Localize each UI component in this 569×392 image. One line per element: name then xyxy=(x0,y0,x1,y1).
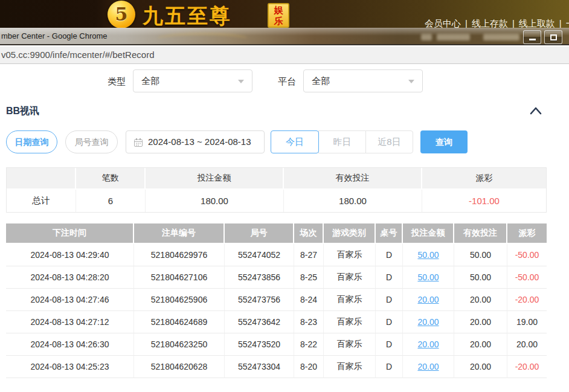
summary-header-row: 笔数 投注金额 有效投注 派彩 xyxy=(7,168,546,190)
bet-amount-link[interactable]: 50.00 xyxy=(417,250,439,260)
decorative-swirl xyxy=(154,33,251,47)
round-number-cell: 552473856 xyxy=(225,266,294,289)
table-row: 2024-08-13 04:28:20521804627106552473856… xyxy=(6,266,547,289)
total-label: 总计 xyxy=(7,190,76,212)
chevron-down-icon xyxy=(238,80,244,83)
bet-number-cell: 521804629976 xyxy=(134,244,225,266)
bet-amount-link[interactable]: 20.00 xyxy=(417,317,439,327)
bet-amount-cell: 50.00 xyxy=(403,244,454,266)
minimize-button[interactable] xyxy=(523,30,541,44)
type-select[interactable]: 全部 xyxy=(133,69,252,92)
table-row: 2024-08-13 04:26:30521804623250552473520… xyxy=(6,333,547,356)
platform-filter-label: 平台 xyxy=(278,76,296,88)
nav-link[interactable]: 一键 xyxy=(566,18,569,28)
session-cell: 8-22 xyxy=(294,333,324,356)
site-header: 5 九五至尊 娱乐 会员中心|线上存款|线上取款|一键 xyxy=(0,0,569,28)
valid-bet-cell: 20.00 xyxy=(454,289,507,311)
table-number-cell: D xyxy=(376,333,403,356)
header-bet-time: 下注时间 xyxy=(6,223,134,244)
table-row: 2024-08-13 04:25:23521804620628552473304… xyxy=(6,356,547,378)
nav-link[interactable]: 线上取款 xyxy=(519,18,555,28)
table-number-cell: D xyxy=(376,311,403,333)
bet-amount-link[interactable]: 20.00 xyxy=(417,295,439,304)
minimize-icon xyxy=(529,39,536,40)
total-count: 6 xyxy=(76,190,146,212)
collapse-section-button[interactable] xyxy=(529,106,542,116)
detail-table-body: 2024-08-13 04:29:40521804629976552474052… xyxy=(6,244,547,378)
address-bar[interactable]: v05.cc:9900/infe/mcenter/#/betRecord xyxy=(0,47,569,64)
logo-title: 九五至尊 xyxy=(143,2,232,30)
header-round-number: 局号 xyxy=(225,223,294,244)
session-cell: 8-25 xyxy=(294,266,324,289)
game-type-cell: 百家乐 xyxy=(324,289,376,311)
session-cell: 8-20 xyxy=(294,356,324,378)
redacted-account-info xyxy=(437,34,470,40)
logo-number: 5 xyxy=(115,4,128,25)
nav-link[interactable]: 线上存款 xyxy=(472,18,508,28)
total-bet-amount: 180.00 xyxy=(146,190,284,212)
table-row: 2024-08-13 04:27:46521804625906552473756… xyxy=(6,289,547,311)
bet-time-cell: 2024-08-13 04:28:20 xyxy=(6,266,134,289)
bet-number-cell: 521804627106 xyxy=(134,266,225,289)
bet-number-cell: 521804623250 xyxy=(134,333,225,356)
valid-bet-cell: 20.00 xyxy=(454,311,507,333)
quick-range-group: 今日 昨日 近8日 xyxy=(271,130,413,153)
table-row: 2024-08-13 04:29:40521804629976552474052… xyxy=(6,244,547,266)
round-number-cell: 552473756 xyxy=(225,289,294,311)
summary-header-bet-amount: 投注金额 xyxy=(146,168,284,190)
bet-number-cell: 521804620628 xyxy=(134,356,225,378)
today-button[interactable]: 今日 xyxy=(271,130,319,153)
round-number-cell: 552473304 xyxy=(225,356,294,378)
chevron-up-icon xyxy=(529,106,542,116)
game-type-cell: 百家乐 xyxy=(324,333,376,356)
table-number-cell: D xyxy=(376,356,403,378)
bet-number-cell: 521804625906 xyxy=(134,289,225,311)
date-range-value: 2024-08-13 ~ 2024-08-13 xyxy=(148,131,251,153)
bet-amount-cell: 20.00 xyxy=(403,356,454,378)
summary-header-blank xyxy=(7,168,76,190)
valid-bet-cell: 50.00 xyxy=(454,266,507,289)
payout-cell: 20.00 xyxy=(507,333,547,356)
session-cell: 8-24 xyxy=(294,289,324,311)
yesterday-button[interactable]: 昨日 xyxy=(318,130,366,153)
type-select-value: 全部 xyxy=(141,70,159,92)
valid-bet-cell: 50.00 xyxy=(454,244,507,266)
nav-link[interactable]: 会员中心 xyxy=(425,18,461,28)
bet-amount-link[interactable]: 20.00 xyxy=(417,362,439,371)
payout-cell: -20.00 xyxy=(507,356,547,378)
platform-select[interactable]: 全部 xyxy=(303,69,423,92)
round-number-cell: 552473642 xyxy=(225,311,294,333)
page: 5 九五至尊 娱乐 会员中心|线上存款|线上取款|一键 mber Center … xyxy=(0,0,569,392)
session-cell: 8-23 xyxy=(294,311,324,333)
bet-time-cell: 2024-08-13 04:27:12 xyxy=(6,311,134,333)
summary-header-count: 笔数 xyxy=(76,168,146,190)
summary-header-valid-bet: 有效投注 xyxy=(284,168,422,190)
date-query-tab[interactable]: 日期查询 xyxy=(6,130,57,153)
redacted-account-info xyxy=(483,34,519,40)
round-query-tab[interactable]: 局号查询 xyxy=(65,130,118,153)
payout-cell: -50.00 xyxy=(507,244,547,266)
game-type-cell: 百家乐 xyxy=(324,311,376,333)
bet-amount-link[interactable]: 20.00 xyxy=(417,339,439,349)
detail-header-row: 下注时间 注单编号 局号 场次 游戏类别 桌号 投注金额 有效投注 派彩 xyxy=(6,223,547,244)
round-number-cell: 552474052 xyxy=(225,244,294,266)
platform-select-value: 全部 xyxy=(312,70,330,92)
bet-amount-link[interactable]: 50.00 xyxy=(417,272,439,282)
header-session: 场次 xyxy=(294,223,324,244)
last-8-days-button[interactable]: 近8日 xyxy=(365,130,413,153)
header-game-type: 游戏类别 xyxy=(324,223,376,244)
summary-total-row: 总计 6 180.00 180.00 -101.00 xyxy=(7,190,546,212)
window-title-bar: mber Center - Google Chrome xyxy=(0,28,569,45)
bet-time-cell: 2024-08-13 04:29:40 xyxy=(6,244,134,266)
table-number-cell: D xyxy=(376,266,403,289)
header-payout: 派彩 xyxy=(507,223,547,244)
search-button[interactable]: 查询 xyxy=(420,130,468,153)
type-filter-label: 类型 xyxy=(108,76,126,88)
maximize-button[interactable] xyxy=(544,30,562,44)
section-title: BB视讯 xyxy=(6,105,39,118)
date-range-input[interactable]: 2024-08-13 ~ 2024-08-13 xyxy=(126,130,265,153)
header-table-number: 桌号 xyxy=(376,223,403,244)
table-row: 2024-08-13 04:27:12521804624689552473642… xyxy=(6,311,547,333)
summary-header-payout: 派彩 xyxy=(422,168,546,190)
total-valid-bet: 180.00 xyxy=(284,190,422,212)
